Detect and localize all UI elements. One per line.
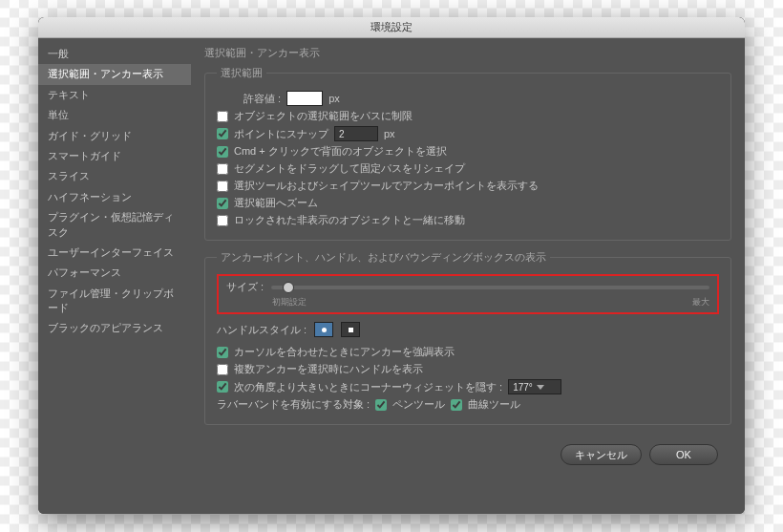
snap-unit: px xyxy=(384,128,395,139)
sidebar-item-guides-grid[interactable]: ガイド・グリッド xyxy=(38,126,191,146)
rubber-label: ラバーバンドを有効にする対象 : xyxy=(217,397,370,412)
size-slider-thumb[interactable] xyxy=(283,282,294,293)
corner-value[interactable]: 177° xyxy=(508,379,561,394)
constrain-label: オブジェクトの選択範囲をパスに制限 xyxy=(234,109,413,123)
circle-icon xyxy=(322,328,327,332)
sidebar-item-black[interactable]: ブラックのアピアランス xyxy=(38,318,191,338)
size-min-label: 初期設定 xyxy=(272,296,307,309)
anchor-group: アンカーポイント、ハンドル、およびバウンディングボックスの表示 サイズ : 初期… xyxy=(204,250,731,425)
curve-checkbox[interactable] xyxy=(451,399,462,411)
snap-label: ポイントにスナップ xyxy=(234,127,328,141)
titlebar: 環境設定 xyxy=(38,17,745,38)
highlight-label: カーソルを合わせたときにアンカーを強調表示 xyxy=(234,345,455,359)
locked-label: ロックされた非表示のオブジェクトと一緒に移動 xyxy=(234,213,465,227)
sidebar-item-hyphenation[interactable]: ハイフネーション xyxy=(38,187,191,207)
size-slider-highlight: サイズ : 初期設定最大 xyxy=(217,274,719,314)
size-slider[interactable] xyxy=(271,286,709,289)
sidebar-item-selection-anchor[interactable]: 選択範囲・アンカー表示 xyxy=(38,64,191,84)
segment-checkbox[interactable] xyxy=(217,163,228,175)
sidebar-item-file-clipboard[interactable]: ファイル管理・クリップボード xyxy=(38,284,191,319)
sidebar-item-plugins[interactable]: プラグイン・仮想記憶ディスク xyxy=(38,207,191,243)
preferences-window: 環境設定 一般 選択範囲・アンカー表示 テキスト 単位 ガイド・グリッド スマー… xyxy=(38,17,745,514)
pen-label: ペンツール xyxy=(392,397,445,412)
selection-group: 選択範囲 許容値 : px オブジェクトの選択範囲をパスに制限 ポイントにスナッ… xyxy=(204,66,731,241)
cancel-button[interactable]: キャンセル xyxy=(561,444,642,465)
tolerance-unit: px xyxy=(328,93,340,104)
panel-heading: 選択範囲・アンカー表示 xyxy=(204,46,731,60)
chevron-down-icon xyxy=(537,385,544,390)
corner-checkbox[interactable] xyxy=(217,381,228,393)
handle-style-label: ハンドルスタイル : xyxy=(217,323,307,337)
sidebar-item-units[interactable]: 単位 xyxy=(38,105,191,125)
ok-button[interactable]: OK xyxy=(649,444,718,465)
content: 一般 選択範囲・アンカー表示 テキスト 単位 ガイド・グリッド スマートガイド … xyxy=(38,38,745,514)
pen-checkbox[interactable] xyxy=(375,399,387,411)
snap-checkbox[interactable] xyxy=(217,128,228,139)
square-icon xyxy=(349,328,353,332)
segment-label: セグメントをドラッグして固定パスをリシェイプ xyxy=(234,161,465,176)
main-panel: 選択範囲・アンカー表示 選択範囲 許容値 : px オブジェクトの選択範囲をパス… xyxy=(191,38,745,514)
sidebar-item-slices[interactable]: スライス xyxy=(38,166,191,186)
multi-checkbox[interactable] xyxy=(217,364,228,375)
curve-label: 曲線ツール xyxy=(468,397,520,412)
sidebar-item-general[interactable]: 一般 xyxy=(38,44,191,64)
sidebar-item-text[interactable]: テキスト xyxy=(38,85,191,105)
zoom-checkbox[interactable] xyxy=(217,198,228,209)
sidebar-item-performance[interactable]: パフォーマンス xyxy=(38,263,191,283)
constrain-checkbox[interactable] xyxy=(217,111,228,122)
sidebar: 一般 選択範囲・アンカー表示 テキスト 単位 ガイド・グリッド スマートガイド … xyxy=(38,38,191,514)
shapetool-label: 選択ツールおよびシェイプツールでアンカーポイントを表示する xyxy=(234,179,539,193)
size-max-label: 最大 xyxy=(692,296,709,309)
button-bar: キャンセル OK xyxy=(204,435,731,475)
selection-legend: 選択範囲 xyxy=(217,66,266,80)
snap-value[interactable]: 2 xyxy=(334,126,378,141)
handle-style-square[interactable] xyxy=(341,322,360,337)
tolerance-label: 許容値 : xyxy=(243,92,281,106)
window-title: 環境設定 xyxy=(370,20,413,34)
locked-checkbox[interactable] xyxy=(217,215,228,226)
sidebar-item-ui[interactable]: ユーザーインターフェイス xyxy=(38,243,191,263)
cmdclick-label: Cmd + クリックで背面のオブジェクトを選択 xyxy=(234,144,447,159)
handle-style-circle[interactable] xyxy=(314,322,333,337)
corner-label: 次の角度より大きいときにコーナーウィジェットを隠す : xyxy=(234,380,502,394)
anchor-legend: アンカーポイント、ハンドル、およびバウンディングボックスの表示 xyxy=(217,250,550,265)
highlight-checkbox[interactable] xyxy=(217,347,228,358)
sidebar-item-smart-guides[interactable]: スマートガイド xyxy=(38,146,191,166)
tolerance-input[interactable] xyxy=(286,91,323,106)
cmdclick-checkbox[interactable] xyxy=(217,146,228,158)
shapetool-checkbox[interactable] xyxy=(217,181,228,192)
size-label: サイズ : xyxy=(226,280,264,294)
multi-label: 複数アンカーを選択時にハンドルを表示 xyxy=(234,362,423,376)
zoom-label: 選択範囲へズーム xyxy=(234,196,318,210)
